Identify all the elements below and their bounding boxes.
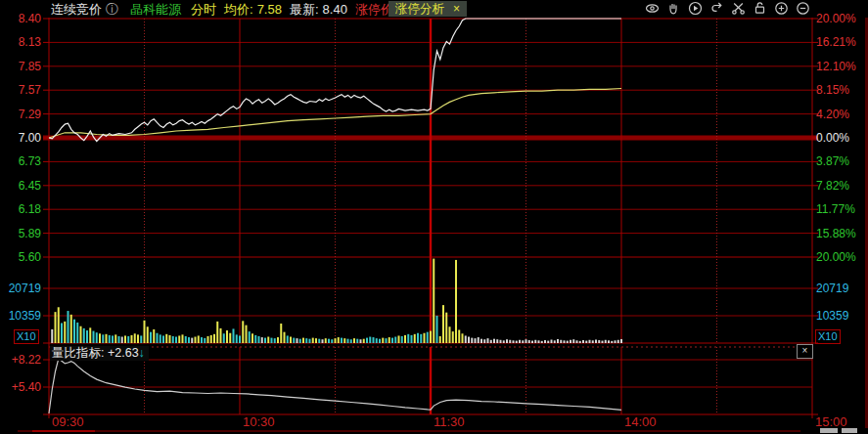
indicator-close-button[interactable]: × (797, 344, 813, 359)
info-icon[interactable]: ⓘ (106, 1, 118, 18)
indicator-value: +2.63 (108, 346, 139, 360)
axis-label: 8.13 (0, 35, 41, 49)
axis-label: 5.89 (0, 227, 41, 240)
indicator-name: 量比指标: (52, 346, 104, 360)
tab-limit-up-analysis[interactable]: 涨停分析 × (388, 1, 467, 17)
volume-unit-left: X10 (14, 329, 39, 344)
axis-label: 0.00% (816, 131, 849, 145)
zoom-in-icon[interactable] (774, 1, 789, 16)
tab-label: 涨停分析 (395, 1, 444, 18)
auction-mode-label: 连续竞价 (51, 1, 102, 18)
axis-label: 20719 (816, 282, 848, 295)
axis-label: +8.22 (0, 353, 41, 367)
bottom-scroll-thumb[interactable] (32, 430, 95, 432)
axis-label: 12.10% (816, 60, 856, 73)
axis-label: 6.18 (0, 202, 41, 216)
axis-label: 6.73 (0, 154, 41, 168)
axis-label: 5.60 (0, 250, 41, 264)
hand-icon[interactable] (666, 1, 681, 16)
eye-icon[interactable] (645, 1, 660, 16)
bottom-scroll-track[interactable] (18, 430, 800, 432)
tab-close-icon[interactable]: × (453, 2, 460, 16)
axis-label: 15:00 (815, 415, 858, 428)
undo-icon[interactable] (709, 1, 724, 16)
view-label: 分时 (191, 1, 216, 18)
axis-label: 20.00% (816, 250, 856, 264)
stock-intraday-window: 连续竞价 ⓘ 晶科能源 分时 均价: 7.58 最新: 8.40 涨停价: 8.… (0, 0, 868, 434)
axis-label: 7.00 (0, 131, 41, 145)
scissors-icon[interactable] (731, 1, 746, 16)
axis-label: 8.15% (816, 83, 849, 97)
axis-label: 10359 (816, 309, 848, 323)
axis-label: 11.77% (816, 202, 855, 216)
axis-label: 7.57 (0, 83, 41, 97)
axis-label: 15.88% (816, 227, 856, 240)
avg-price-value: 7.58 (257, 1, 282, 18)
axis-label: 14:00 (624, 415, 667, 428)
axis-label: 11:30 (434, 415, 477, 428)
avg-price-label: 均价: (224, 1, 253, 18)
axis-label: +5.40 (0, 380, 41, 394)
lock-icon[interactable] (753, 1, 767, 16)
axis-label: 7.82% (816, 179, 849, 193)
chart-toolbar (645, 1, 810, 16)
volume-ratio-indicator-label: 量比指标: +2.63↓ (50, 346, 149, 361)
stock-name: 晶科能源 (130, 1, 181, 18)
volume-unit-right: X10 (815, 329, 841, 344)
axis-label: 10359 (0, 309, 41, 323)
down-arrow-icon: ↓ (139, 346, 145, 360)
axis-label: 10:30 (243, 415, 286, 428)
axis-label: 6.45 (0, 179, 41, 193)
axis-label: 16.21% (816, 35, 856, 49)
axis-label: 7.85 (0, 60, 41, 73)
axis-label: 20719 (0, 282, 41, 295)
axis-label: 4.20% (816, 108, 849, 121)
last-price-value: 8.40 (323, 1, 347, 18)
intraday-chart[interactable] (0, 0, 868, 434)
play-icon[interactable] (688, 1, 703, 16)
axis-label: 7.29 (0, 108, 41, 121)
zoom-out-icon[interactable] (796, 1, 810, 16)
axis-label: 09:30 (52, 415, 95, 428)
axis-label: 3.87% (816, 154, 849, 168)
last-price-label: 最新: (290, 1, 319, 18)
